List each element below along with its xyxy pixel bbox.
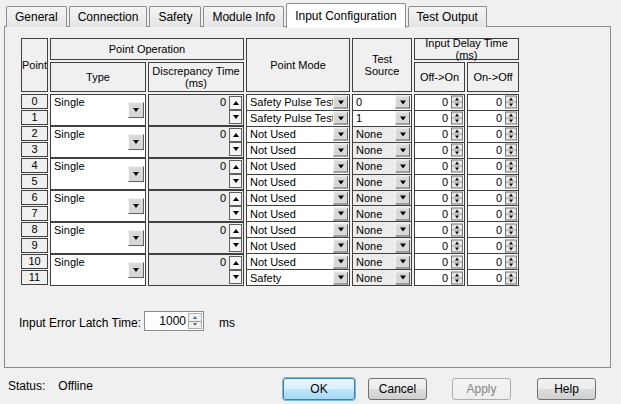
off-to-on-delay-cell[interactable]: 0 bbox=[415, 159, 464, 175]
dropdown-button[interactable] bbox=[128, 134, 144, 150]
test-source-cell[interactable]: None bbox=[353, 270, 411, 285]
spin-down-button[interactable] bbox=[506, 214, 516, 219]
point-row-header[interactable]: 5 bbox=[21, 174, 48, 189]
spin-up-button[interactable] bbox=[229, 96, 242, 110]
spin-down-button[interactable] bbox=[452, 135, 462, 140]
dropdown-button[interactable] bbox=[333, 191, 348, 204]
on-to-off-delay-cell[interactable]: 0 bbox=[468, 238, 518, 254]
on-to-off-delay-cell[interactable]: 0 bbox=[468, 206, 518, 222]
tab-connection[interactable]: Connection bbox=[69, 6, 148, 27]
discrepancy-time-cell[interactable]: 0 bbox=[148, 190, 244, 222]
spin-down-button[interactable] bbox=[452, 262, 462, 267]
point-mode-cell[interactable]: Not Used bbox=[247, 254, 349, 270]
test-source-cell[interactable]: None bbox=[353, 238, 411, 254]
point-mode-cell[interactable]: Not Used bbox=[247, 238, 349, 254]
tab-test-output[interactable]: Test Output bbox=[408, 6, 487, 27]
discrepancy-time-cell[interactable]: 0 bbox=[148, 126, 244, 158]
dropdown-button[interactable] bbox=[395, 112, 410, 125]
spin-down-button[interactable] bbox=[452, 183, 462, 188]
dropdown-button[interactable] bbox=[395, 271, 410, 284]
spinner[interactable] bbox=[505, 112, 517, 125]
spin-up-button[interactable] bbox=[229, 160, 242, 174]
test-source-cell[interactable]: 0 bbox=[353, 95, 411, 111]
off-to-on-delay-cell[interactable]: 0 bbox=[415, 222, 464, 238]
spin-up-button[interactable] bbox=[229, 128, 242, 142]
point-row-header[interactable]: 6 bbox=[21, 190, 48, 205]
dropdown-button[interactable] bbox=[128, 198, 144, 214]
dropdown-button[interactable] bbox=[395, 128, 410, 141]
on-to-off-delay-cell[interactable]: 0 bbox=[468, 254, 518, 270]
dropdown-button[interactable] bbox=[333, 255, 348, 268]
spinner[interactable] bbox=[451, 160, 463, 173]
latch-time-spinner[interactable] bbox=[188, 313, 202, 329]
spinner[interactable] bbox=[451, 144, 463, 157]
point-row-header[interactable]: 1 bbox=[21, 110, 48, 125]
spinner[interactable] bbox=[505, 144, 517, 157]
discrepancy-time-cell[interactable]: 0 bbox=[148, 254, 244, 286]
input-error-latch-time-field[interactable]: 1000 bbox=[144, 311, 204, 331]
point-row-header[interactable]: 4 bbox=[21, 158, 48, 173]
point-mode-cell[interactable]: Not Used bbox=[247, 159, 349, 175]
point-row-header[interactable]: 8 bbox=[21, 222, 48, 237]
test-source-cell[interactable]: None bbox=[353, 175, 411, 191]
point-mode-cell[interactable]: Safety Pulse Test bbox=[247, 111, 349, 127]
off-to-on-delay-cell[interactable]: 0 bbox=[415, 95, 464, 111]
point-mode-cell[interactable]: Not Used bbox=[247, 143, 349, 159]
spinner[interactable] bbox=[451, 239, 463, 252]
tab-safety[interactable]: Safety bbox=[149, 6, 201, 27]
spinner[interactable] bbox=[505, 271, 517, 284]
apply-button[interactable]: Apply bbox=[452, 378, 511, 400]
spin-down-button[interactable] bbox=[189, 322, 201, 329]
on-to-off-delay-cell[interactable]: 0 bbox=[468, 111, 518, 127]
point-row-header[interactable]: 9 bbox=[21, 238, 48, 253]
discrepancy-time-cell[interactable]: 0 bbox=[148, 222, 244, 254]
type-cell[interactable]: Single bbox=[50, 94, 146, 126]
spinner[interactable] bbox=[451, 223, 463, 236]
off-to-on-delay-cell[interactable]: 0 bbox=[415, 191, 464, 207]
spin-down-button[interactable] bbox=[452, 214, 462, 219]
spin-down-button[interactable] bbox=[506, 278, 516, 283]
dropdown-button[interactable] bbox=[333, 112, 348, 125]
test-source-cell[interactable]: 1 bbox=[353, 111, 411, 127]
spin-down-button[interactable] bbox=[452, 103, 462, 108]
dropdown-button[interactable] bbox=[128, 230, 144, 246]
dropdown-button[interactable] bbox=[333, 239, 348, 252]
tab-module-info[interactable]: Module Info bbox=[203, 6, 284, 27]
spin-down-button[interactable] bbox=[506, 230, 516, 235]
on-to-off-delay-cell[interactable]: 0 bbox=[468, 159, 518, 175]
spinner[interactable] bbox=[505, 176, 517, 189]
spin-down-button[interactable] bbox=[506, 151, 516, 156]
spin-up-button[interactable] bbox=[189, 314, 201, 322]
spin-down-button[interactable] bbox=[452, 119, 462, 124]
dropdown-button[interactable] bbox=[395, 255, 410, 268]
type-cell[interactable]: Single bbox=[50, 190, 146, 222]
spin-down-button[interactable] bbox=[229, 110, 242, 124]
test-source-cell[interactable]: None bbox=[353, 143, 411, 159]
spinner[interactable] bbox=[451, 176, 463, 189]
point-row-header[interactable]: 3 bbox=[21, 142, 48, 157]
spin-down-button[interactable] bbox=[452, 151, 462, 156]
test-source-cell[interactable]: None bbox=[353, 191, 411, 207]
dropdown-button[interactable] bbox=[333, 271, 348, 284]
discrepancy-time-cell[interactable]: 0 bbox=[148, 158, 244, 190]
spin-down-button[interactable] bbox=[506, 167, 516, 172]
point-row-header[interactable]: 0 bbox=[21, 94, 48, 109]
on-to-off-delay-cell[interactable]: 0 bbox=[468, 270, 518, 285]
spin-down-button[interactable] bbox=[506, 246, 516, 251]
spinner[interactable] bbox=[505, 160, 517, 173]
cancel-button[interactable]: Cancel bbox=[368, 378, 427, 400]
off-to-on-delay-cell[interactable]: 0 bbox=[415, 206, 464, 222]
spin-down-button[interactable] bbox=[452, 198, 462, 203]
dropdown-button[interactable] bbox=[395, 223, 410, 236]
dropdown-button[interactable] bbox=[333, 160, 348, 173]
dropdown-button[interactable] bbox=[333, 176, 348, 189]
off-to-on-delay-cell[interactable]: 0 bbox=[415, 143, 464, 159]
off-to-on-delay-cell[interactable]: 0 bbox=[415, 111, 464, 127]
spin-up-button[interactable] bbox=[229, 192, 242, 206]
spinner[interactable] bbox=[451, 112, 463, 125]
off-to-on-delay-cell[interactable]: 0 bbox=[415, 238, 464, 254]
spinner[interactable] bbox=[505, 207, 517, 220]
dropdown-button[interactable] bbox=[395, 191, 410, 204]
spin-down-button[interactable] bbox=[452, 230, 462, 235]
test-source-cell[interactable]: None bbox=[353, 159, 411, 175]
